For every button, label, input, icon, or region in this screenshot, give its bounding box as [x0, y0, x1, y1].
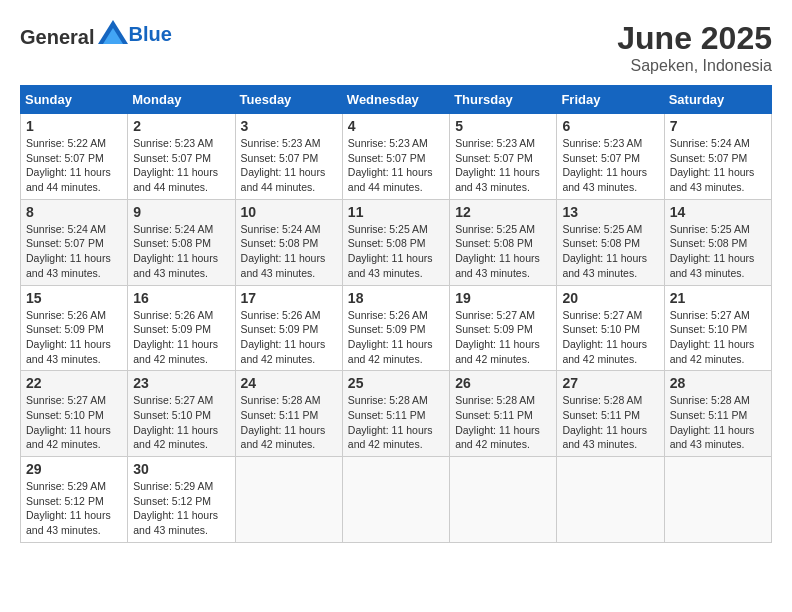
day-number: 19: [455, 290, 551, 306]
day-cell-27: 27 Sunrise: 5:28 AM Sunset: 5:11 PM Dayl…: [557, 371, 664, 457]
day-info: Sunrise: 5:28 AM Sunset: 5:11 PM Dayligh…: [455, 393, 551, 452]
day-info: Sunrise: 5:28 AM Sunset: 5:11 PM Dayligh…: [670, 393, 766, 452]
day-cell-3: 3 Sunrise: 5:23 AM Sunset: 5:07 PM Dayli…: [235, 114, 342, 200]
calendar-week-5: 29 Sunrise: 5:29 AM Sunset: 5:12 PM Dayl…: [21, 457, 772, 543]
day-info: Sunrise: 5:24 AM Sunset: 5:07 PM Dayligh…: [26, 222, 122, 281]
day-number: 27: [562, 375, 658, 391]
day-info: Sunrise: 5:27 AM Sunset: 5:10 PM Dayligh…: [133, 393, 229, 452]
day-number: 30: [133, 461, 229, 477]
title-area: June 2025 Sapeken, Indonesia: [617, 20, 772, 75]
calendar-week-4: 22 Sunrise: 5:27 AM Sunset: 5:10 PM Dayl…: [21, 371, 772, 457]
day-number: 10: [241, 204, 337, 220]
day-info: Sunrise: 5:26 AM Sunset: 5:09 PM Dayligh…: [26, 308, 122, 367]
day-cell-8: 8 Sunrise: 5:24 AM Sunset: 5:07 PM Dayli…: [21, 199, 128, 285]
day-cell-11: 11 Sunrise: 5:25 AM Sunset: 5:08 PM Dayl…: [342, 199, 449, 285]
day-info: Sunrise: 5:22 AM Sunset: 5:07 PM Dayligh…: [26, 136, 122, 195]
day-number: 23: [133, 375, 229, 391]
day-cell-18: 18 Sunrise: 5:26 AM Sunset: 5:09 PM Dayl…: [342, 285, 449, 371]
empty-cell: [450, 457, 557, 543]
empty-cell: [664, 457, 771, 543]
day-number: 11: [348, 204, 444, 220]
day-number: 29: [26, 461, 122, 477]
day-number: 15: [26, 290, 122, 306]
day-cell-1: 1 Sunrise: 5:22 AM Sunset: 5:07 PM Dayli…: [21, 114, 128, 200]
day-cell-10: 10 Sunrise: 5:24 AM Sunset: 5:08 PM Dayl…: [235, 199, 342, 285]
day-cell-4: 4 Sunrise: 5:23 AM Sunset: 5:07 PM Dayli…: [342, 114, 449, 200]
day-cell-26: 26 Sunrise: 5:28 AM Sunset: 5:11 PM Dayl…: [450, 371, 557, 457]
day-cell-30: 30 Sunrise: 5:29 AM Sunset: 5:12 PM Dayl…: [128, 457, 235, 543]
day-cell-6: 6 Sunrise: 5:23 AM Sunset: 5:07 PM Dayli…: [557, 114, 664, 200]
day-number: 5: [455, 118, 551, 134]
day-number: 9: [133, 204, 229, 220]
day-info: Sunrise: 5:23 AM Sunset: 5:07 PM Dayligh…: [241, 136, 337, 195]
day-number: 13: [562, 204, 658, 220]
day-cell-7: 7 Sunrise: 5:24 AM Sunset: 5:07 PM Dayli…: [664, 114, 771, 200]
day-number: 7: [670, 118, 766, 134]
day-info: Sunrise: 5:28 AM Sunset: 5:11 PM Dayligh…: [241, 393, 337, 452]
day-cell-21: 21 Sunrise: 5:27 AM Sunset: 5:10 PM Dayl…: [664, 285, 771, 371]
day-number: 6: [562, 118, 658, 134]
day-number: 16: [133, 290, 229, 306]
day-number: 24: [241, 375, 337, 391]
day-info: Sunrise: 5:28 AM Sunset: 5:11 PM Dayligh…: [348, 393, 444, 452]
day-info: Sunrise: 5:27 AM Sunset: 5:10 PM Dayligh…: [670, 308, 766, 367]
day-info: Sunrise: 5:24 AM Sunset: 5:08 PM Dayligh…: [133, 222, 229, 281]
day-number: 22: [26, 375, 122, 391]
location: Sapeken, Indonesia: [617, 57, 772, 75]
day-cell-13: 13 Sunrise: 5:25 AM Sunset: 5:08 PM Dayl…: [557, 199, 664, 285]
day-info: Sunrise: 5:23 AM Sunset: 5:07 PM Dayligh…: [348, 136, 444, 195]
day-number: 20: [562, 290, 658, 306]
day-info: Sunrise: 5:26 AM Sunset: 5:09 PM Dayligh…: [348, 308, 444, 367]
day-info: Sunrise: 5:25 AM Sunset: 5:08 PM Dayligh…: [348, 222, 444, 281]
logo-icon: [98, 20, 128, 44]
day-info: Sunrise: 5:23 AM Sunset: 5:07 PM Dayligh…: [133, 136, 229, 195]
day-info: Sunrise: 5:29 AM Sunset: 5:12 PM Dayligh…: [133, 479, 229, 538]
day-cell-28: 28 Sunrise: 5:28 AM Sunset: 5:11 PM Dayl…: [664, 371, 771, 457]
day-number: 14: [670, 204, 766, 220]
logo-blue: Blue: [128, 23, 171, 45]
day-number: 26: [455, 375, 551, 391]
header-wednesday: Wednesday: [342, 86, 449, 114]
day-cell-25: 25 Sunrise: 5:28 AM Sunset: 5:11 PM Dayl…: [342, 371, 449, 457]
day-number: 3: [241, 118, 337, 134]
day-cell-22: 22 Sunrise: 5:27 AM Sunset: 5:10 PM Dayl…: [21, 371, 128, 457]
day-info: Sunrise: 5:27 AM Sunset: 5:10 PM Dayligh…: [26, 393, 122, 452]
day-cell-14: 14 Sunrise: 5:25 AM Sunset: 5:08 PM Dayl…: [664, 199, 771, 285]
calendar-header-row: SundayMondayTuesdayWednesdayThursdayFrid…: [21, 86, 772, 114]
day-info: Sunrise: 5:27 AM Sunset: 5:09 PM Dayligh…: [455, 308, 551, 367]
day-number: 18: [348, 290, 444, 306]
day-info: Sunrise: 5:24 AM Sunset: 5:08 PM Dayligh…: [241, 222, 337, 281]
empty-cell: [342, 457, 449, 543]
logo: General Blue: [20, 20, 172, 49]
day-info: Sunrise: 5:27 AM Sunset: 5:10 PM Dayligh…: [562, 308, 658, 367]
day-number: 4: [348, 118, 444, 134]
day-number: 12: [455, 204, 551, 220]
day-cell-5: 5 Sunrise: 5:23 AM Sunset: 5:07 PM Dayli…: [450, 114, 557, 200]
day-number: 25: [348, 375, 444, 391]
day-info: Sunrise: 5:24 AM Sunset: 5:07 PM Dayligh…: [670, 136, 766, 195]
page-header: General Blue June 2025 Sapeken, Indonesi…: [20, 20, 772, 75]
day-number: 2: [133, 118, 229, 134]
day-cell-20: 20 Sunrise: 5:27 AM Sunset: 5:10 PM Dayl…: [557, 285, 664, 371]
day-info: Sunrise: 5:28 AM Sunset: 5:11 PM Dayligh…: [562, 393, 658, 452]
day-info: Sunrise: 5:26 AM Sunset: 5:09 PM Dayligh…: [241, 308, 337, 367]
header-tuesday: Tuesday: [235, 86, 342, 114]
empty-cell: [557, 457, 664, 543]
header-friday: Friday: [557, 86, 664, 114]
day-info: Sunrise: 5:25 AM Sunset: 5:08 PM Dayligh…: [670, 222, 766, 281]
day-number: 21: [670, 290, 766, 306]
header-saturday: Saturday: [664, 86, 771, 114]
day-info: Sunrise: 5:25 AM Sunset: 5:08 PM Dayligh…: [562, 222, 658, 281]
day-cell-9: 9 Sunrise: 5:24 AM Sunset: 5:08 PM Dayli…: [128, 199, 235, 285]
header-thursday: Thursday: [450, 86, 557, 114]
calendar-week-2: 8 Sunrise: 5:24 AM Sunset: 5:07 PM Dayli…: [21, 199, 772, 285]
day-cell-2: 2 Sunrise: 5:23 AM Sunset: 5:07 PM Dayli…: [128, 114, 235, 200]
day-number: 28: [670, 375, 766, 391]
day-cell-24: 24 Sunrise: 5:28 AM Sunset: 5:11 PM Dayl…: [235, 371, 342, 457]
day-number: 8: [26, 204, 122, 220]
day-cell-29: 29 Sunrise: 5:29 AM Sunset: 5:12 PM Dayl…: [21, 457, 128, 543]
day-cell-16: 16 Sunrise: 5:26 AM Sunset: 5:09 PM Dayl…: [128, 285, 235, 371]
day-cell-19: 19 Sunrise: 5:27 AM Sunset: 5:09 PM Dayl…: [450, 285, 557, 371]
day-info: Sunrise: 5:26 AM Sunset: 5:09 PM Dayligh…: [133, 308, 229, 367]
day-cell-12: 12 Sunrise: 5:25 AM Sunset: 5:08 PM Dayl…: [450, 199, 557, 285]
